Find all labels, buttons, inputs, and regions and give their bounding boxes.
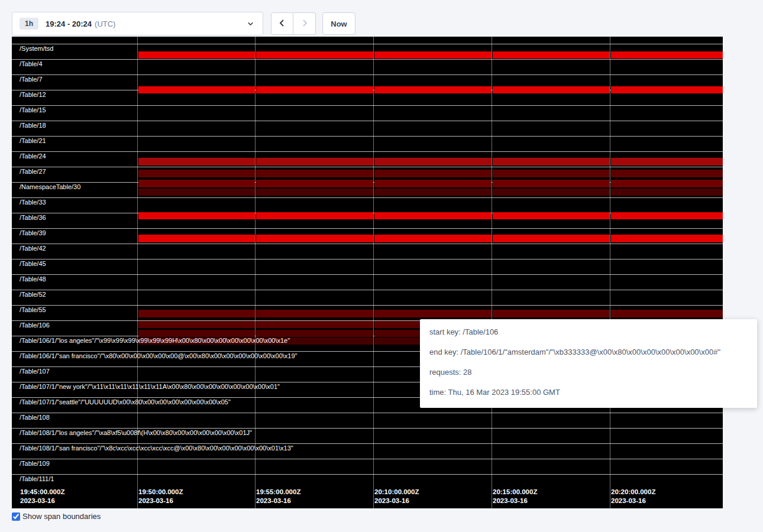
heatmap-band-segment [611,170,723,177]
heatmap-band-segment [256,180,373,187]
span-label: /Table/107 [20,368,50,375]
span-boundary-line [12,274,723,275]
heatmap-band-segment [611,86,723,93]
heatmap-band-segment [374,180,492,187]
x-axis-label: 19:45:00.000Z2023-03-16 [20,488,64,505]
span-boundary-line [12,459,723,459]
heatmap-band-segment [493,51,610,59]
heatmap-band-segment [256,51,373,59]
heatmap-band-segment [493,212,610,219]
heatmap-band-segment [138,51,255,59]
span-label: /Table/107/1/"seattle"/"UUUUUUD\x00\x80\… [20,398,231,406]
heatmap-band-segment [493,170,610,177]
tooltip-requests: requests: 28 [429,366,748,378]
heatmap-band-segment [374,235,492,242]
vertical-gridline [255,37,256,508]
span-label: /Table/36 [20,214,46,222]
span-label: /Table/52 [20,291,46,299]
span-boundary-line [12,244,723,244]
heatmap-band-segment [138,170,255,177]
time-range-timezone: (UTC) [95,20,115,28]
now-button[interactable]: Now [322,12,355,35]
heatmap-band-segment [493,180,610,187]
span-label: /Table/24 [20,153,46,160]
span-label: /Table/108 [20,414,50,421]
heatmap-band-segment [138,212,255,219]
chevron-right-icon [300,18,309,30]
heatmap-band-segment [493,310,610,317]
heatmap-band-segment [138,235,255,242]
span-boundary-line [12,136,723,137]
span-boundary-line [12,305,723,306]
span-label: /Table/45 [20,260,46,268]
span-boundary-line [12,197,723,198]
span-label: /Table/27 [20,168,46,176]
heatmap-band-segment [493,86,610,93]
span-label: /Table/48 [20,275,46,283]
prev-range-button[interactable] [271,12,293,35]
span-label: /System/tsd [20,45,53,53]
heatmap-band-segment [138,86,255,93]
span-label: /Table/109 [20,460,50,468]
x-axis-label: 20:10:00.000Z2023-03-16 [374,488,419,505]
heatmap-band-segment [493,158,610,166]
span-boundary-line [12,121,723,121]
heatmap-band-segment [138,321,255,328]
heatmap-band-segment [374,51,492,59]
heatmap-band-segment [256,212,373,219]
span-boundary-line [12,443,723,444]
span-label: /Table/42 [20,245,46,252]
heatmap-band-segment [611,235,723,242]
span-label: /Table/108/1/"san francisco"/"\x8c\xcc\x… [20,445,293,452]
heatmap-band-segment [256,86,373,93]
span-boundary-line [12,44,723,44]
heatmap-band-segment [256,321,373,328]
show-span-boundaries-checkbox[interactable] [12,512,20,521]
chevron-left-icon [277,18,287,30]
x-axis-label: 20:20:00.000Z2023-03-16 [611,488,655,505]
heatmap-band-segment [256,189,373,196]
heatmap-canvas[interactable]: /System/tsd/Table/4/Table/7/Table/12/Tab… [12,37,723,508]
tooltip-start-key: start key: /Table/106 [429,326,748,338]
span-label: /Table/18 [20,122,46,129]
time-range-duration-badge: 1h [20,18,38,30]
span-boundary-line [12,59,723,60]
span-label: /Table/111/1 [20,475,54,483]
show-span-boundaries-label: Show span boundaries [22,512,101,521]
heatmap-band-segment [256,170,373,177]
heatmap-band-segment [611,158,723,166]
span-label: /Table/39 [20,229,46,237]
heatmap-band-segment [493,189,610,196]
span-boundary-line [12,151,723,152]
heatmap-band-segment [611,189,723,196]
heatmap-band-segment [138,330,255,337]
span-boundary-line [12,290,723,290]
span-label: /Table/4 [20,60,43,68]
span-label: /Table/55 [20,306,46,314]
span-label: /Table/108/1/"los angeles"/"\xa8\xf5\u00… [20,429,252,437]
heatmap-band-segment [256,310,373,317]
span-label: /Table/106 [20,322,50,329]
heatmap-band-segment [138,180,255,187]
span-boundary-line [12,474,723,475]
span-label: /Table/33 [20,199,46,206]
heatmap-band-segment [611,51,723,59]
span-label: /Table/21 [20,137,46,145]
heatmap-band-segment [138,189,255,196]
time-range-text: 19:24 - 20:24 [46,20,92,28]
x-axis-label: 19:50:00.000Z2023-03-16 [138,488,183,505]
hover-tooltip: start key: /Table/106 end key: /Table/10… [420,319,757,408]
tooltip-time: time: Thu, 16 Mar 2023 19:55:00 GMT [429,387,748,398]
tooltip-end-key: end key: /Table/106/1/"amsterdam"/"\xb33… [429,346,748,358]
span-label: /Table/12 [20,91,46,99]
heatmap-band-segment [256,158,373,166]
footer: Show span boundaries [12,512,101,521]
span-boundary-line [12,167,723,167]
span-label: /Table/107/1/"new york"/"\x11\x11\x11\x1… [20,383,280,391]
next-range-button[interactable] [293,12,316,35]
heatmap-band-segment [374,189,492,196]
heatmap-band-segment [611,212,723,219]
vertical-gridline [137,37,138,508]
heatmap-band-segment [611,310,723,317]
time-range-selector[interactable]: 1h 19:24 - 20:24 (UTC) [12,12,263,35]
